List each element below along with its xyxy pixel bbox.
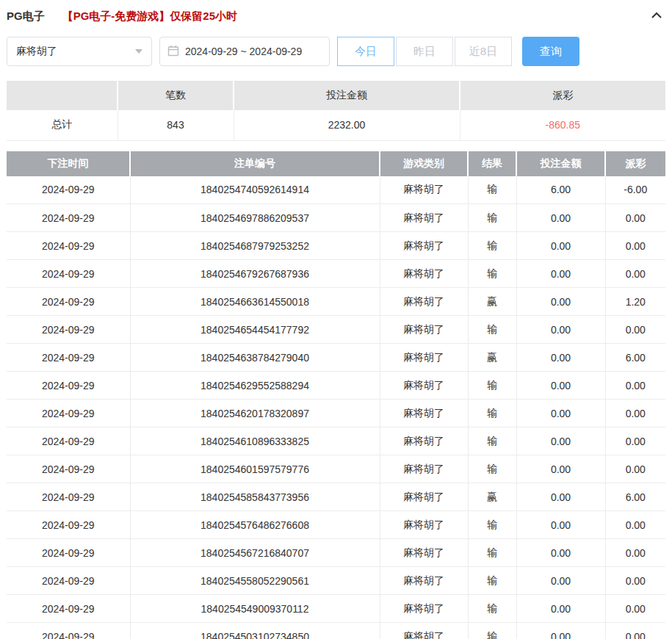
cell-game-type: 麻将胡了 bbox=[380, 539, 468, 567]
table-body: 2024-09-291840254740592614914麻将胡了输6.00-6… bbox=[7, 176, 665, 639]
cell-payout: 0.00 bbox=[605, 455, 665, 483]
cell-order-id: 1840254567216840707 bbox=[130, 539, 380, 567]
cell-payout: 6.00 bbox=[605, 344, 665, 372]
cell-bet-time: 2024-09-29 bbox=[7, 595, 130, 623]
cell-game-type: 麻将胡了 bbox=[380, 455, 468, 483]
cell-game-type: 麻将胡了 bbox=[380, 483, 468, 511]
cell-game-type: 麻将胡了 bbox=[380, 511, 468, 539]
search-button[interactable]: 查询 bbox=[522, 37, 579, 66]
cell-bet-time: 2024-09-29 bbox=[7, 623, 130, 639]
cell-bet-time: 2024-09-29 bbox=[7, 567, 130, 595]
cell-game-type: 麻将胡了 bbox=[380, 427, 468, 455]
cell-game-type: 麻将胡了 bbox=[380, 232, 468, 260]
cell-bet-time: 2024-09-29 bbox=[7, 260, 130, 288]
cell-result: 输 bbox=[468, 400, 516, 427]
cell-bet-amount: 6.00 bbox=[516, 176, 605, 204]
quick-btn-last8days[interactable]: 近8日 bbox=[455, 37, 512, 66]
cell-order-id: 1840254610896333825 bbox=[130, 427, 380, 455]
cell-result: 赢 bbox=[468, 344, 516, 372]
cell-game-type: 麻将胡了 bbox=[380, 400, 468, 427]
table-row: 2024-09-291840254654454177792麻将胡了输0.000.… bbox=[7, 316, 665, 344]
cell-bet-amount: 0.00 bbox=[516, 372, 605, 400]
cell-result: 输 bbox=[468, 316, 516, 344]
page-title: PG电子 bbox=[7, 10, 45, 24]
table-row: 2024-09-291840254620178320897麻将胡了输0.000.… bbox=[7, 400, 665, 427]
summary-count-value: 843 bbox=[118, 110, 234, 140]
table-row: 2024-09-291840254697886209537麻将胡了输0.000.… bbox=[7, 204, 665, 232]
col-header-payout: 派彩 bbox=[605, 151, 665, 176]
cell-game-type: 麻将胡了 bbox=[380, 372, 468, 400]
cell-result: 输 bbox=[468, 232, 516, 260]
cell-bet-amount: 0.00 bbox=[516, 455, 605, 483]
cell-bet-amount: 0.00 bbox=[516, 316, 605, 344]
cell-order-id: 1840254663614550018 bbox=[130, 288, 380, 316]
table-row: 2024-09-291840254663614550018麻将胡了赢0.001.… bbox=[7, 288, 665, 316]
cell-result: 输 bbox=[468, 539, 516, 567]
summary-table: 笔数 投注金额 派彩 总计 843 2232.00 -860.85 bbox=[7, 81, 665, 141]
cell-order-id: 1840254601597579776 bbox=[130, 455, 380, 483]
cell-payout: 0.00 bbox=[605, 427, 665, 455]
summary-header-row: 笔数 投注金额 派彩 bbox=[7, 81, 665, 110]
cell-result: 输 bbox=[468, 511, 516, 539]
cell-payout: 0.00 bbox=[605, 400, 665, 427]
cell-result: 赢 bbox=[468, 288, 516, 316]
cell-result: 输 bbox=[468, 176, 516, 204]
quick-range-group: 今日 昨日 近8日 bbox=[337, 37, 513, 66]
summary-header-blank bbox=[7, 81, 118, 110]
cell-order-id: 1840254638784279040 bbox=[130, 344, 380, 372]
cell-result: 输 bbox=[468, 595, 516, 623]
table-row: 2024-09-291840254567216840707麻将胡了输0.000.… bbox=[7, 539, 665, 567]
cell-bet-amount: 0.00 bbox=[516, 539, 605, 567]
cell-order-id: 1840254549009370112 bbox=[130, 595, 380, 623]
cell-result: 输 bbox=[468, 204, 516, 232]
quick-btn-yesterday[interactable]: 昨日 bbox=[396, 37, 453, 66]
cell-bet-time: 2024-09-29 bbox=[7, 176, 130, 204]
cell-bet-time: 2024-09-29 bbox=[7, 232, 130, 260]
cell-order-id: 1840254620178320897 bbox=[130, 400, 380, 427]
cell-result: 输 bbox=[468, 427, 516, 455]
cell-bet-time: 2024-09-29 bbox=[7, 539, 130, 567]
cell-payout: 6.00 bbox=[605, 483, 665, 511]
col-header-result: 结果 bbox=[468, 151, 516, 176]
cell-bet-amount: 0.00 bbox=[516, 232, 605, 260]
cell-payout: 0.00 bbox=[605, 316, 665, 344]
cell-payout: 0.00 bbox=[605, 511, 665, 539]
table-row: 2024-09-291840254503102734850麻将胡了输0.000.… bbox=[7, 623, 665, 639]
cell-bet-time: 2024-09-29 bbox=[7, 288, 130, 316]
page-notice: 【PG电子-免费游戏】仅保留25小时 bbox=[62, 10, 237, 24]
cell-bet-time: 2024-09-29 bbox=[7, 455, 130, 483]
cell-result: 输 bbox=[468, 455, 516, 483]
cell-bet-time: 2024-09-29 bbox=[7, 400, 130, 427]
cell-payout: 0.00 bbox=[605, 595, 665, 623]
quick-btn-today[interactable]: 今日 bbox=[337, 37, 394, 66]
table-row: 2024-09-291840254687979253252麻将胡了输0.000.… bbox=[7, 232, 665, 260]
cell-bet-amount: 0.00 bbox=[516, 623, 605, 639]
cell-payout: 1.20 bbox=[605, 288, 665, 316]
cell-bet-time: 2024-09-29 bbox=[7, 316, 130, 344]
col-header-game-type: 游戏类别 bbox=[380, 151, 468, 176]
date-range-picker[interactable]: 2024-09-29 ~ 2024-09-29 bbox=[159, 37, 330, 66]
table-row: 2024-09-291840254601597579776麻将胡了输0.000.… bbox=[7, 455, 665, 483]
table-row: 2024-09-291840254585843773956麻将胡了赢0.006.… bbox=[7, 483, 665, 511]
cell-bet-amount: 0.00 bbox=[516, 567, 605, 595]
collapse-panel-button[interactable] bbox=[648, 7, 665, 25]
cell-game-type: 麻将胡了 bbox=[380, 204, 468, 232]
cell-bet-amount: 0.00 bbox=[516, 483, 605, 511]
cell-bet-amount: 0.00 bbox=[516, 427, 605, 455]
cell-payout: 0.00 bbox=[605, 539, 665, 567]
cell-game-type: 麻将胡了 bbox=[380, 176, 468, 204]
cell-result: 输 bbox=[468, 567, 516, 595]
summary-payout-value: -860.85 bbox=[460, 110, 665, 140]
col-header-order-id: 注单编号 bbox=[130, 151, 380, 176]
cell-payout: 0.00 bbox=[605, 372, 665, 400]
cell-payout: 0.00 bbox=[605, 232, 665, 260]
table-row: 2024-09-291840254679267687936麻将胡了输0.000.… bbox=[7, 260, 665, 288]
cell-game-type: 麻将胡了 bbox=[380, 316, 468, 344]
game-select[interactable]: 麻将胡了 bbox=[7, 37, 152, 66]
summary-total-label: 总计 bbox=[7, 110, 118, 140]
page-header: PG电子 【PG电子-免费游戏】仅保留25小时 bbox=[7, 0, 665, 32]
cell-order-id: 1840254629552588294 bbox=[130, 372, 380, 400]
cell-result: 输 bbox=[468, 260, 516, 288]
summary-total-row: 总计 843 2232.00 -860.85 bbox=[7, 110, 665, 140]
cell-payout: 0.00 bbox=[605, 260, 665, 288]
